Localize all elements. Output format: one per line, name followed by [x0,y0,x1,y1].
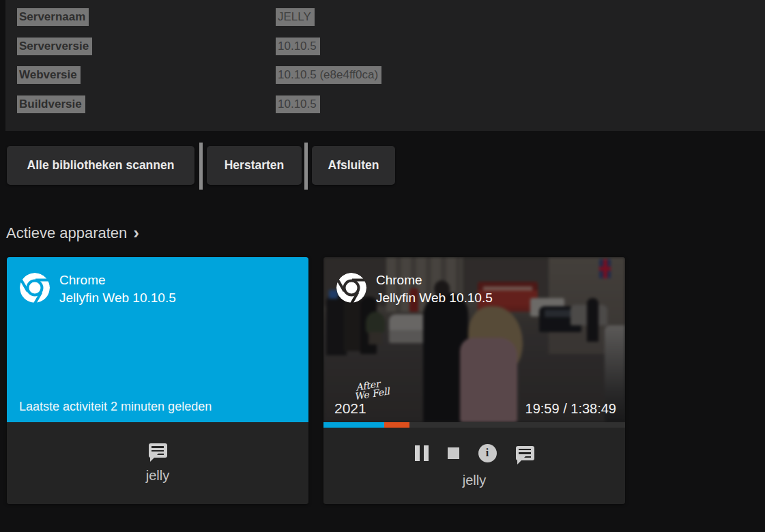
transcode-progress [384,422,409,428]
server-version-value-text: 10.10.5 [276,38,320,55]
server-info-panel: Servernaam JELLY Serverversie 10.10.5 We… [5,0,765,131]
session-card-playing: Chrome Jellyfin Web 10.10.5 After We Fel… [323,257,625,504]
session-card-footer: i jelly [323,428,625,504]
session-user-name: jelly [463,473,486,488]
session-card-idle: Chrome Jellyfin Web 10.10.5 Laatste acti… [7,257,308,504]
restart-button[interactable]: Herstarten [207,146,302,185]
web-version-value: 10.10.5 (e8e4ff0ca) [276,68,381,82]
server-info-row: Servernaam JELLY [5,10,765,29]
last-activity-text: Laatste activiteit 2 minuten geleden [19,400,212,414]
device-app-name: Chrome [376,271,493,289]
device-client-version: Jellyfin Web 10.10.5 [59,289,176,307]
stop-button[interactable] [448,447,459,459]
server-name-label-text: Servernaam [17,8,89,26]
pause-icon [415,445,429,461]
device-names: Chrome Jellyfin Web 10.10.5 [59,271,176,307]
server-info-row: Serverversie 10.10.5 [5,40,765,58]
device-app-name: Chrome [59,271,176,289]
web-version-value-text: 10.10.5 (e8e4ff0ca) [276,66,381,84]
session-card-footer: jelly [7,422,308,504]
pause-button[interactable] [415,445,429,461]
server-version-label-text: Serverversie [17,38,92,55]
server-name-value-text: JELLY [276,8,315,26]
message-icon [149,443,167,458]
info-button[interactable]: i [478,444,497,462]
jellyfin-dashboard: Servernaam JELLY Serverversie 10.10.5 We… [0,0,765,532]
chrome-icon [335,271,368,304]
server-name-label: Servernaam [17,10,89,24]
web-version-label: Webversie [17,68,81,82]
server-version-value: 10.10.5 [276,40,320,53]
chrome-icon [18,271,51,304]
build-version-label: Buildversie [17,98,85,111]
server-info-row: Webversie 10.10.5 (e8e4ff0ca) [5,68,765,87]
selection-highlight-divider [304,143,308,190]
playback-progress-played [323,422,384,428]
active-devices-title: Actieve apparaten [6,224,127,242]
send-message-button[interactable] [516,446,534,460]
session-controls: i [415,444,534,462]
build-version-label-text: Buildversie [17,95,85,113]
playback-progress-track [323,422,625,428]
chevron-right-icon: › [133,226,139,239]
playback-time: 19:59 / 1:38:49 [525,401,616,417]
selection-highlight-divider [199,143,203,190]
device-head: Chrome Jellyfin Web 10.10.5 [335,271,493,307]
server-name-value: JELLY [276,10,315,24]
send-message-button[interactable] [149,443,167,458]
stop-icon [448,447,459,459]
scan-all-libraries-button[interactable]: Alle bibliotheken scannen [7,146,194,185]
build-version-value-text: 10.10.5 [276,95,320,113]
session-user-name: jelly [146,468,169,484]
message-icon [516,446,534,460]
session-card-media: Chrome Jellyfin Web 10.10.5 After We Fel… [323,257,625,422]
device-head: Chrome Jellyfin Web 10.10.5 [18,271,176,307]
shutdown-button[interactable]: Afsluiten [312,146,395,185]
server-version-label: Serverversie [17,40,92,53]
server-info-row: Buildversie 10.10.5 [5,98,765,116]
session-card-media: Chrome Jellyfin Web 10.10.5 Laatste acti… [7,257,308,422]
info-icon: i [478,444,497,462]
web-version-label-text: Webversie [17,66,81,84]
device-names: Chrome Jellyfin Web 10.10.5 [376,271,493,307]
build-version-value: 10.10.5 [276,98,320,111]
device-client-version: Jellyfin Web 10.10.5 [376,289,493,307]
active-devices-header-link[interactable]: Actieve apparaten › [6,224,139,242]
media-year: 2021 [334,400,366,417]
